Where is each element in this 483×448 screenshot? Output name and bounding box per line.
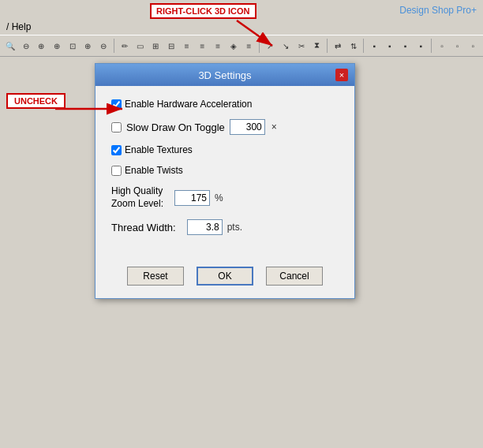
toolbar-swap[interactable]: ⇄ xyxy=(331,38,345,54)
app-title: Design Shop Pro+ xyxy=(399,5,477,16)
toolbar: 🔍 ⊖ ⊕ ⊕ ⊡ ⊕ ⊖ ✏ ▭ ⊞ ⊟ ≡ ≡ ≡ ◈ ≡ ↗ ↘ ✂ ⧗ … xyxy=(0,35,483,57)
dialog-3d-settings: 3D Settings × Enable Hardware Accelerati… xyxy=(95,63,355,299)
toolbar-sep-4 xyxy=(363,39,364,53)
dialog-title: 3D Settings xyxy=(114,69,335,81)
toolbar-sq2[interactable]: ▪ xyxy=(383,38,397,54)
toolbar-align1[interactable]: ≡ xyxy=(180,38,194,54)
dialog-close-button[interactable]: × xyxy=(335,69,348,81)
label-thread-width: Thread Width: xyxy=(111,222,176,233)
checkbox-slow-draw[interactable] xyxy=(111,122,122,133)
unit-thread-width: pts. xyxy=(227,222,242,233)
label-hq-zoom-line1: High Quality xyxy=(111,185,163,198)
label-slow-draw: Slow Draw On Toggle xyxy=(126,121,225,133)
label-enable-twists-text: Enable Twists xyxy=(125,165,183,176)
annotation-uncheck: UNCHECK xyxy=(6,93,66,109)
toolbar-grid2[interactable]: ⊟ xyxy=(164,38,178,54)
checkbox-enable-hw[interactable] xyxy=(111,99,122,110)
toolbar-sep-2 xyxy=(259,39,260,53)
toolbar-align2[interactable]: ≡ xyxy=(196,38,210,54)
label-enable-hw-text: Enable Hardware Acceleration xyxy=(125,99,252,110)
label-hq-zoom-line2: Zoom Level: xyxy=(111,198,163,211)
toolbar-img2[interactable]: ▫ xyxy=(451,38,465,54)
toolbar-3d-icon[interactable]: ◈ xyxy=(227,38,241,54)
toolbar-grid1[interactable]: ⊞ xyxy=(148,38,163,54)
toolbar-scissors[interactable]: ✂ xyxy=(294,38,309,54)
toolbar-zoom-fit[interactable]: ⊡ xyxy=(66,38,80,54)
reset-button[interactable]: Reset xyxy=(127,267,184,286)
toolbar-zoom-plus2[interactable]: ⊕ xyxy=(50,38,64,54)
label-enable-twists: Enable Twists xyxy=(111,165,183,176)
ok-button[interactable]: OK xyxy=(197,267,253,286)
toolbar-sq3[interactable]: ▪ xyxy=(399,38,413,54)
row-slow-draw: Slow Draw On Toggle × xyxy=(111,119,339,135)
label-enable-textures-text: Enable Textures xyxy=(125,144,193,155)
toolbar-draw[interactable]: ✏ xyxy=(118,38,132,54)
toolbar-time[interactable]: ⧗ xyxy=(309,38,324,54)
checkbox-enable-textures[interactable] xyxy=(111,145,122,155)
row-enable-twists: Enable Twists xyxy=(111,165,339,176)
row-enable-hw: Enable Hardware Acceleration xyxy=(111,99,339,110)
dialog-body: Enable Hardware Acceleration Slow Draw O… xyxy=(95,86,354,257)
row-enable-textures: Enable Textures xyxy=(111,144,339,155)
input-slow-draw-value[interactable] xyxy=(230,119,265,135)
checkbox-enable-twists[interactable] xyxy=(111,166,122,176)
label-hq-zoom: High Quality Zoom Level: xyxy=(111,185,163,210)
toolbar-sep-1 xyxy=(114,39,114,53)
toolbar-zoom-plus1[interactable]: ⊕ xyxy=(34,38,48,54)
label-enable-textures: Enable Textures xyxy=(111,144,193,155)
label-enable-hw: Enable Hardware Acceleration xyxy=(111,99,252,110)
toolbar-zoom-out[interactable]: 🔍 xyxy=(3,38,17,54)
dialog-footer: Reset OK Cancel xyxy=(95,257,354,298)
toolbar-img3[interactable]: ▫ xyxy=(466,38,481,54)
toolbar-zoom-minus1[interactable]: ⊖ xyxy=(19,38,33,54)
dialog-titlebar: 3D Settings × xyxy=(95,64,354,86)
toolbar-arrow2[interactable]: ↘ xyxy=(279,38,293,54)
toolbar-sq1[interactable]: ▪ xyxy=(367,38,381,54)
toolbar-zoom-out2[interactable]: ⊖ xyxy=(96,38,110,54)
menubar: / Help xyxy=(0,19,483,35)
toolbar-rect[interactable]: ▭ xyxy=(133,38,148,54)
cancel-button[interactable]: Cancel xyxy=(266,267,323,286)
input-thread-width[interactable] xyxy=(187,219,223,235)
menu-help[interactable]: / Help xyxy=(6,21,31,32)
input-hq-zoom[interactable] xyxy=(174,190,210,206)
toolbar-arrow1[interactable]: ↗ xyxy=(263,38,277,54)
toolbar-align3[interactable]: ≡ xyxy=(211,38,225,54)
toolbar-sep-3 xyxy=(327,39,328,53)
row-thread-width: Thread Width: pts. xyxy=(111,219,339,235)
row-hq-zoom: High Quality Zoom Level: % xyxy=(111,185,339,210)
toolbar-updown[interactable]: ⇅ xyxy=(346,38,361,54)
toolbar-img1[interactable]: ▫ xyxy=(435,38,449,54)
annotation-right-click: RIGHT-CLICK 3D ICON xyxy=(150,3,256,19)
clear-slow-draw-button[interactable]: × xyxy=(270,121,279,133)
unit-hq-zoom: % xyxy=(215,192,223,203)
toolbar-zoom-sel[interactable]: ⊕ xyxy=(81,38,95,54)
toolbar-sq4[interactable]: ▪ xyxy=(414,38,428,54)
toolbar-sep-5 xyxy=(431,39,432,53)
toolbar-align4[interactable]: ≡ xyxy=(242,38,256,54)
